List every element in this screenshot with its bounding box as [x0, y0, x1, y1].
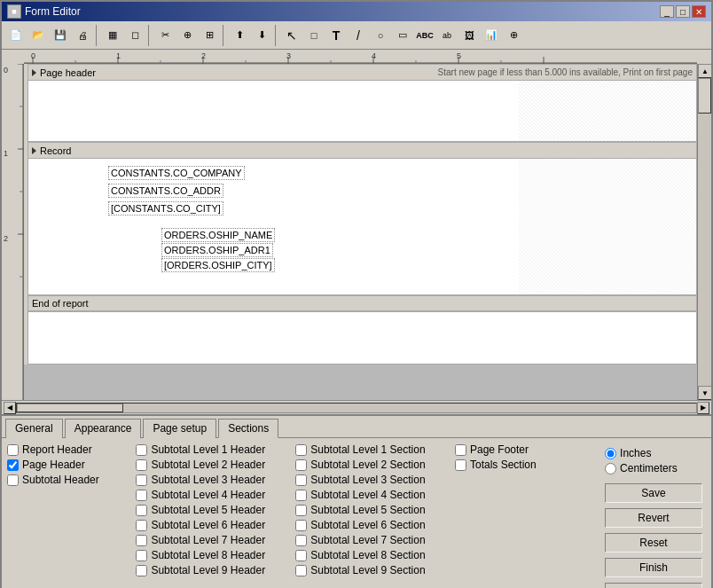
field-oship-city[interactable]: [ORDERS.OSHIP_CITY]	[161, 258, 275, 272]
window-title: Form Editor	[25, 5, 81, 18]
units-buttons-panel: Inches Centimeters Save Revert Reset Fin…	[601, 443, 706, 588]
sub-l5-section-checkbox[interactable]	[295, 505, 307, 516]
subtotal-header-checkbox[interactable]	[7, 474, 19, 486]
sub-l2-header-checkbox[interactable]	[136, 459, 147, 471]
inches-row: Inches	[605, 447, 702, 459]
sub-l3-section-checkbox[interactable]	[295, 474, 307, 486]
misc-tool-button[interactable]: ⊕	[503, 25, 524, 46]
sub-l4-header-checkbox[interactable]	[136, 490, 147, 501]
sub-l8-section-checkbox[interactable]	[295, 550, 307, 561]
cursor-tool-button[interactable]: ↖	[281, 25, 302, 46]
minimize-button[interactable]: _	[660, 5, 674, 18]
record-label: Record	[40, 145, 71, 156]
revert-button[interactable]: Revert	[605, 508, 702, 528]
sub-l3-header-checkbox[interactable]	[136, 474, 147, 486]
tb-cut-button[interactable]: ✂	[154, 25, 176, 46]
field-co-company[interactable]: CONSTANTS.CO_COMPANY	[108, 166, 245, 180]
field-co-city[interactable]: [CONSTANTS.CO_CITY]	[108, 201, 223, 216]
tb-box-button[interactable]: ◻	[124, 25, 145, 46]
save-button[interactable]: 💾	[50, 25, 71, 46]
field-oship-name[interactable]: ORDERS.OSHIP_NAME	[161, 228, 275, 242]
rect-tool-button[interactable]: □	[303, 25, 325, 46]
open-button[interactable]: 📂	[27, 25, 49, 46]
report-header-checkbox[interactable]	[7, 444, 19, 456]
inches-radio[interactable]	[605, 448, 616, 459]
sub-l6-header-checkbox[interactable]	[136, 520, 147, 531]
vertical-scrollbar[interactable]: ▲ ▼	[697, 64, 711, 400]
tab-sections[interactable]: Sections	[218, 419, 278, 438]
sub-l6-section-checkbox[interactable]	[295, 520, 307, 531]
cancel-button[interactable]: Cancel	[605, 583, 702, 588]
box-tool-button[interactable]: ▭	[392, 25, 413, 46]
page-header-checkbox[interactable]	[7, 459, 19, 471]
scroll-left-button[interactable]: ◀	[4, 402, 16, 414]
tab-appearance[interactable]: Appearance	[65, 419, 142, 438]
finish-button[interactable]: Finish	[605, 558, 702, 577]
page-footer-checkbox[interactable]	[455, 444, 466, 456]
sub-l1-header-row: Subtotal Level 1 Header	[136, 443, 288, 456]
sub-l5-section-label: Subtotal Level 5 Section	[310, 504, 425, 516]
sub-l2-section-label: Subtotal Level 2 Section	[310, 459, 425, 471]
scroll-up-button[interactable]: ▲	[698, 64, 711, 78]
h-scroll-thumb[interactable]	[17, 404, 123, 412]
svg-text:0: 0	[4, 66, 8, 74]
sub-l1-header-checkbox[interactable]	[136, 444, 147, 456]
sub-l8-header-label: Subtotal Level 8 Header	[151, 549, 265, 561]
centimeters-radio[interactable]	[605, 463, 616, 474]
report-header-label: Report Header	[22, 443, 92, 456]
reset-button[interactable]: Reset	[605, 533, 702, 553]
new-button[interactable]: 📄	[5, 25, 27, 46]
tab-page-setup[interactable]: Page setup	[143, 419, 216, 438]
h-scroll-track[interactable]	[16, 403, 697, 413]
sub-l8-header-checkbox[interactable]	[136, 550, 147, 561]
sub-l7-section-row: Subtotal Level 7 Section	[295, 534, 448, 546]
chart-tool-button[interactable]: 📊	[481, 25, 502, 46]
scroll-right-button[interactable]: ▶	[697, 402, 709, 414]
tb-copy-button[interactable]: ⊕	[176, 25, 198, 46]
field-tool-button[interactable]: ab	[436, 25, 458, 46]
tb-down-button[interactable]: ⬇	[251, 25, 272, 46]
close-button[interactable]: ✕	[692, 5, 706, 18]
tb-paste-button[interactable]: ⊞	[199, 25, 220, 46]
scroll-down-button[interactable]: ▼	[698, 386, 711, 400]
sub-l2-section-checkbox[interactable]	[295, 459, 307, 471]
page-header-row: Page header Start new page if less than …	[24, 64, 697, 142]
totals-section-checkbox[interactable]	[455, 459, 466, 471]
sub-l9-section-label: Subtotal Level 9 Section	[310, 564, 425, 576]
sub-l7-section-checkbox[interactable]	[295, 535, 307, 546]
toolbar: 📄 📂 💾 🖨 ▦ ◻ ✂ ⊕ ⊞ ⬆ ⬇ ↖ □ T / ○ ▭ ABC ab…	[2, 21, 711, 50]
tb-grid-button[interactable]: ▦	[102, 25, 123, 46]
tab-general[interactable]: General	[5, 419, 63, 438]
design-scroll[interactable]: Page header Start new page if less than …	[24, 64, 697, 400]
field-co-addr[interactable]: CONSTANTS.CO_ADDR	[108, 184, 223, 198]
sub-l4-header-label: Subtotal Level 4 Header	[151, 489, 265, 501]
sub-l1-section-checkbox[interactable]	[295, 444, 307, 456]
sub-l5-header-checkbox[interactable]	[136, 505, 147, 516]
text-tool-button[interactable]: T	[325, 25, 347, 46]
sub-l9-header-checkbox[interactable]	[136, 565, 147, 576]
centimeters-row: Centimeters	[605, 462, 702, 474]
svg-text:5: 5	[457, 51, 461, 60]
svg-text:1: 1	[4, 149, 8, 158]
page-header-container: Page header Start new page if less than …	[27, 64, 697, 142]
sub-l9-section-checkbox[interactable]	[295, 565, 307, 576]
tb-up-button[interactable]: ⬆	[229, 25, 250, 46]
sub-l6-section-label: Subtotal Level 6 Section	[310, 519, 425, 531]
line-tool-button[interactable]: /	[348, 25, 369, 46]
circle-tool-button[interactable]: ○	[370, 25, 391, 46]
maximize-button[interactable]: □	[676, 5, 690, 18]
print-button[interactable]: 🖨	[72, 25, 93, 46]
image-tool-button[interactable]: 🖼	[458, 25, 480, 46]
sub-l4-section-checkbox[interactable]	[295, 490, 307, 501]
save-button[interactable]: Save	[605, 483, 702, 503]
scroll-thumb[interactable]	[698, 78, 711, 114]
subtotal-header-row: Subtotal Header	[7, 474, 129, 486]
toolbar-separator-2	[148, 25, 152, 46]
field-oship-adr1[interactable]: ORDERS.OSHIP_ADR1	[161, 243, 273, 257]
abc-tool-button[interactable]: ABC	[414, 25, 435, 46]
sub-l7-header-checkbox[interactable]	[136, 535, 147, 546]
end-report-label: End of report	[32, 298, 89, 309]
sub-l7-section-label: Subtotal Level 7 Section	[310, 534, 425, 546]
scroll-track[interactable]	[698, 78, 711, 386]
h-scrollbar[interactable]: ◀ ▶	[2, 400, 711, 414]
